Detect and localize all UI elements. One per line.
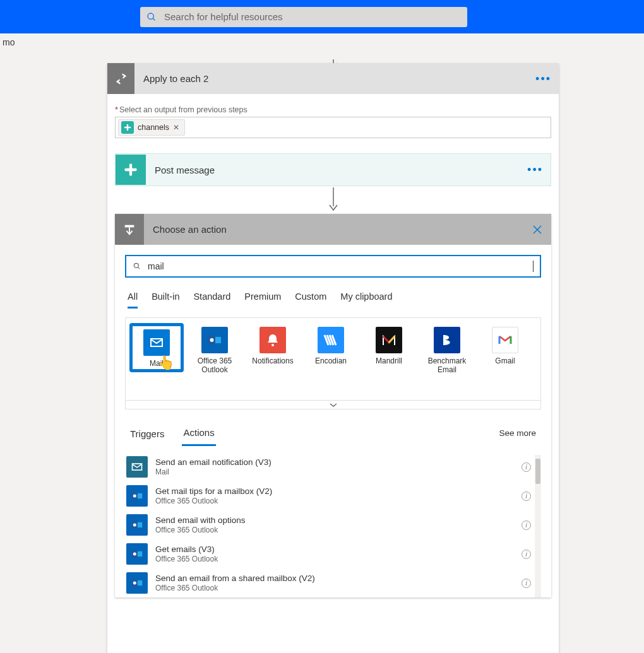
trigger-action-tabs: TriggersActionsSee more [125,423,541,446]
flow-canvas: Apply to each 2 ••• *Select an output fr… [107,63,559,653]
svg-rect-22 [138,522,143,527]
post-message-card[interactable]: Post message ••• [115,153,551,186]
close-button[interactable] [532,225,542,235]
svg-rect-14 [215,337,221,343]
scrollbar[interactable] [535,455,541,597]
filter-tab-all[interactable]: All [128,291,138,309]
apply-to-each-title: Apply to each 2 [143,73,208,84]
connector-gmail[interactable]: Gmail [479,324,531,366]
flow-arrow-icon [107,186,559,214]
action-title: Send an email from a shared mailbox (V2) [155,574,315,583]
connector-label: Notifications [247,357,299,366]
token-remove-icon[interactable]: ✕ [173,123,179,132]
svg-line-11 [138,267,140,269]
choose-action-title: Choose an action [153,224,227,235]
connector-label: Mandrill [363,357,415,366]
actions-list[interactable]: Send an email notification (V3)MailiGet … [125,452,541,597]
action-item[interactable]: Get emails (V3)Office 365 Outlooki [125,539,532,568]
connector-label: Benchmark Email [421,357,473,375]
slack-icon [121,121,134,134]
connector-office-365-outlook[interactable]: Office 365 Outlook [189,324,241,375]
filter-tab-my-clipboard[interactable]: My clipboard [340,291,392,309]
svg-point-16 [271,344,274,346]
connector-label: Encodian [305,357,357,366]
output-field-label: *Select an output from previous steps [115,105,551,114]
svg-rect-25 [138,551,143,556]
info-icon[interactable]: i [522,521,531,530]
connector-mail[interactable]: Mail👆 [131,324,182,371]
outlook-icon [126,485,148,507]
output-input[interactable]: channels ✕ [115,117,551,138]
action-title: Get mail tips for a mailbox (V2) [155,486,272,496]
action-subtitle: Office 365 Outlook [155,584,315,592]
outlook-icon [201,327,228,353]
connector-encodian[interactable]: Encodian [305,324,357,366]
filter-tab-standard[interactable]: Standard [193,291,230,309]
mail-icon [126,456,148,478]
svg-rect-5 [129,163,132,176]
action-item[interactable]: Send an email notification (V3)Maili [125,452,532,481]
global-search-placeholder: Search for helpful resources [164,11,283,22]
global-search[interactable]: Search for helpful resources [140,7,467,27]
choose-action-header: Choose an action [115,214,551,245]
apply-to-each-body: *Select an output from previous steps ch… [107,94,559,148]
card-menu-button[interactable]: ••• [535,72,551,85]
encod-icon [318,327,344,353]
connector-benchmark-email[interactable]: Benchmark Email [421,324,473,375]
svg-rect-19 [138,493,143,498]
breadcrumb: mo [0,33,644,52]
choose-action-panel: Choose an action AllBuilt-inStandardPrem… [115,214,551,597]
info-icon[interactable]: i [522,462,531,472]
filter-tab-premium[interactable]: Premium [244,291,281,309]
dynamic-token-channels[interactable]: channels ✕ [118,119,185,136]
connector-notifications[interactable]: Notifications [247,324,299,366]
loop-icon [107,63,134,94]
svg-rect-7 [125,225,134,227]
tab-actions[interactable]: Actions [182,423,215,446]
filter-tab-custom[interactable]: Custom [295,291,326,309]
connector-filter-tabs: AllBuilt-inStandardPremiumCustomMy clipb… [125,291,541,309]
scrollbar-thumb[interactable] [535,459,540,484]
svg-point-15 [210,338,214,342]
action-title: Get emails (V3) [155,544,218,554]
action-subtitle: Mail [155,468,271,476]
apply-to-each-header[interactable]: Apply to each 2 ••• [107,63,559,94]
action-subtitle: Office 365 Outlook [155,555,218,563]
text-cursor [533,261,534,272]
outlook-icon [126,514,148,536]
info-icon[interactable]: i [522,579,531,588]
slack-icon [116,155,146,185]
filter-tab-built-in[interactable]: Built-in [152,291,179,309]
action-search-field[interactable] [146,261,532,272]
svg-point-29 [133,582,136,585]
action-title: Send an email notification (V3) [155,457,271,467]
svg-line-1 [153,18,155,20]
action-subtitle: Office 365 Outlook [155,497,272,505]
outlook-icon [126,543,148,565]
action-title: Send email with options [155,515,246,525]
mandr-icon [376,327,402,353]
expand-connectors-button[interactable] [125,401,541,409]
action-item[interactable]: Get mail tips for a mailbox (V2)Office 3… [125,481,532,510]
action-item[interactable]: Send email with optionsOffice 365 Outloo… [125,510,532,539]
mail-icon [143,329,170,356]
gmail-icon [492,327,518,353]
svg-point-10 [134,263,138,268]
card-menu-button[interactable]: ••• [527,163,543,177]
see-more-link[interactable]: See more [499,428,536,438]
svg-point-0 [148,13,153,19]
breadcrumb-text: mo [3,37,15,47]
connector-mandrill[interactable]: Mandrill [363,324,415,366]
action-item[interactable]: Send an email from a shared mailbox (V2)… [125,568,532,597]
tab-triggers[interactable]: Triggers [129,425,165,445]
token-label: channels [138,123,169,132]
post-message-title: Post message [155,165,215,175]
svg-rect-28 [138,580,143,585]
connector-label: Gmail [479,357,531,366]
info-icon[interactable]: i [522,550,531,559]
info-icon[interactable]: i [522,491,531,501]
action-icon [115,214,144,245]
action-search-input[interactable] [125,255,541,278]
connector-label: Office 365 Outlook [189,357,241,375]
notif-icon [259,327,286,353]
